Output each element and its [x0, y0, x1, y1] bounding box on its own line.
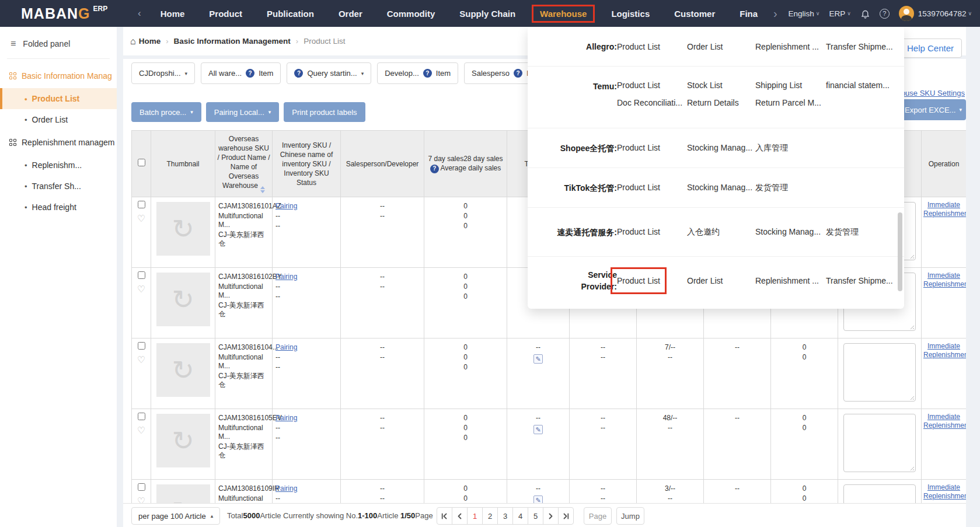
edit-icon[interactable]: ✎ [533, 425, 543, 434]
menu-item-product-list[interactable]: Product List [617, 42, 660, 51]
help-center-button[interactable]: Help Center [899, 39, 962, 58]
sidebar-item-product-list[interactable]: •Product List [0, 88, 117, 109]
sidebar-section-basic-information-manag[interactable]: Basic Information Manag [0, 64, 117, 88]
user-menu[interactable]: 15397064782 ∨ [899, 6, 972, 21]
menu-item-replenishment[interactable]: Replenishment ... [755, 42, 819, 51]
favorite-heart-icon[interactable]: ♡ [134, 426, 149, 435]
erp-select[interactable]: ERP∨ [829, 9, 850, 18]
favorite-heart-icon[interactable]: ♡ [134, 214, 149, 223]
sidebar-item-replenishm[interactable]: •Replenishm... [0, 155, 117, 176]
favorite-heart-icon[interactable]: ♡ [134, 285, 149, 294]
panel-scrollbar[interactable] [898, 212, 902, 291]
menu-item-return-parcel-m[interactable]: Return Parcel M... [755, 98, 821, 107]
select-all-checkbox[interactable] [138, 159, 145, 166]
edit-icon[interactable]: ✎ [533, 354, 543, 364]
menu-item-product-list[interactable]: Product List [617, 276, 660, 285]
nav-item-home[interactable]: Home [148, 0, 197, 27]
menu-item-stocking-manag[interactable]: Stocking Manag... [687, 183, 752, 193]
nav-item-customer[interactable]: Customer [662, 0, 727, 27]
nav-item-commodity[interactable]: Commodity [375, 0, 448, 27]
product-thumbnail[interactable]: ↻ [156, 414, 210, 467]
menu-item-shipping-list[interactable]: Shipping List [755, 81, 802, 90]
menu-item-transfer-shipme[interactable]: Transfer Shipme... [826, 42, 893, 51]
page-jump-input[interactable] [584, 507, 612, 525]
pager-page-1[interactable]: 1 [467, 507, 483, 525]
action-button-batch-proce[interactable]: Batch proce...▾ [131, 102, 201, 122]
immediate-replenishment-link[interactable]: Immediate Replenishment [923, 413, 966, 430]
breadcrumb-home[interactable]: Home [139, 37, 161, 46]
menu-item-order-list[interactable]: Order List [687, 276, 723, 285]
fold-panel-button[interactable]: ≡ Folded panel [0, 27, 117, 58]
sidebar-item-head-freight[interactable]: •Head freight [0, 197, 117, 218]
immediate-replenishment-link[interactable]: Immediate Replenishment [923, 483, 966, 500]
row-checkbox[interactable] [138, 413, 145, 420]
product-thumbnail[interactable]: ↻ [156, 273, 210, 326]
pager-prev-button[interactable] [452, 507, 468, 525]
pairing-link[interactable]: Pairing [275, 202, 339, 211]
menu-item-stocking-manag[interactable]: Stocking Manag... [687, 143, 752, 153]
pager-page-3[interactable]: 3 [497, 507, 513, 525]
menu-item-item[interactable]: 发货管理 [826, 227, 859, 238]
action-button-pairing-local[interactable]: Pairing Local...▾ [206, 102, 280, 122]
pairing-link[interactable]: Pairing [275, 273, 339, 281]
nav-item-product[interactable]: Product [197, 0, 254, 27]
nav-collapse-left-icon[interactable]: ‹ [138, 8, 141, 19]
row-checkbox[interactable] [138, 483, 145, 491]
help-icon[interactable]: ? [880, 9, 890, 19]
pager-page-4[interactable]: 4 [512, 507, 528, 525]
per-page-select[interactable]: per page 100 Article ▴ [131, 507, 220, 525]
row-checkbox[interactable] [138, 201, 145, 208]
immediate-replenishment-link[interactable]: Immediate Replenishment [923, 201, 966, 218]
nav-item-warehouse[interactable]: Warehouse [528, 0, 599, 27]
menu-item-stocking-manag[interactable]: Stocking Manag... [755, 227, 821, 238]
menu-item-replenishment[interactable]: Replenishment ... [755, 276, 819, 285]
sidebar-item-order-list[interactable]: •Order List [0, 109, 117, 130]
menu-item-return-details[interactable]: Return Details [687, 98, 739, 107]
pairing-link[interactable]: Pairing [275, 343, 339, 352]
menu-item-product-list[interactable]: Product List [617, 227, 660, 238]
nav-item-fina[interactable]: Fina [727, 0, 770, 27]
nav-item-order[interactable]: Order [326, 0, 375, 27]
menu-item-stock-list[interactable]: Stock List [687, 81, 723, 90]
menu-item-item[interactable]: 入库管理 [755, 143, 788, 153]
filter-chip-cjdropshi[interactable]: CJDropshi...▾ [131, 62, 195, 84]
menu-item-product-list[interactable]: Product List [617, 143, 660, 153]
nav-item-logistics[interactable]: Logistics [599, 0, 662, 27]
menu-item-product-list[interactable]: Product List [617, 81, 660, 90]
language-select[interactable]: English∨ [789, 9, 820, 18]
product-thumbnail[interactable]: ↻ [156, 343, 210, 397]
remark-textarea[interactable] [843, 414, 916, 472]
row-checkbox[interactable] [138, 342, 145, 350]
filter-chip-develop[interactable]: Develop...?Item [377, 62, 458, 84]
filter-chip-all-ware[interactable]: All ware...?Item [201, 62, 281, 84]
filter-chip-query-startin[interactable]: ?Query startin...▾ [287, 62, 371, 84]
menu-item-item[interactable]: 发货管理 [755, 183, 788, 193]
immediate-replenishment-link[interactable]: Immediate Replenishment [923, 342, 966, 359]
pager-page-5[interactable]: 5 [528, 507, 543, 525]
nav-scroll-right-icon[interactable]: › [770, 7, 781, 20]
pager-first-button[interactable] [437, 507, 452, 525]
menu-item-order-list[interactable]: Order List [687, 42, 723, 51]
remark-textarea[interactable] [843, 343, 916, 402]
action-button-print-product-labels[interactable]: Print product labels [284, 102, 365, 122]
favorite-heart-icon[interactable]: ♡ [134, 355, 149, 364]
pager-page-2[interactable]: 2 [482, 507, 498, 525]
pager-last-button[interactable] [558, 507, 574, 525]
sort-icon[interactable] [260, 186, 265, 193]
menu-item-product-list[interactable]: Product List [617, 183, 660, 193]
export-excel-button[interactable]: Export EXCE...▾ [901, 99, 966, 120]
pairing-link[interactable]: Pairing [275, 414, 339, 423]
nav-item-supply-chain[interactable]: Supply Chain [447, 0, 528, 27]
notification-bell-icon[interactable] [860, 9, 870, 19]
pager-next-button[interactable] [543, 507, 559, 525]
jump-button[interactable]: Jump [616, 507, 644, 525]
menu-item-doc-reconciliati[interactable]: Doc Reconciliati... [617, 98, 682, 107]
product-thumbnail[interactable]: ↻ [156, 202, 210, 256]
immediate-replenishment-link[interactable]: Immediate Replenishment [923, 271, 966, 288]
warehouse-sku-settings-link[interactable]: ouse SKU Settings [901, 89, 965, 97]
nav-item-publication[interactable]: Publication [254, 0, 326, 27]
menu-item-transfer-shipme[interactable]: Transfer Shipme... [826, 276, 893, 285]
pairing-link[interactable]: Pairing [275, 484, 339, 493]
sidebar-item-transfer-sh[interactable]: •Transfer Sh... [0, 176, 117, 197]
row-checkbox[interactable] [138, 271, 145, 279]
